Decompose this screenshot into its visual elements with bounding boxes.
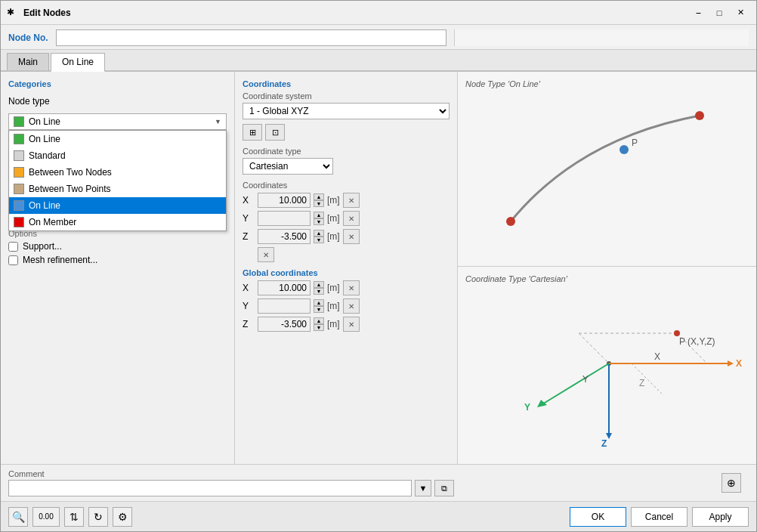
- comment-input[interactable]: [8, 480, 412, 496]
- mesh-refinement-checkbox-row: Mesh refinement...: [8, 255, 227, 265]
- search-icon-btn[interactable]: 🔍: [8, 507, 28, 527]
- gy-input[interactable]: [258, 298, 311, 314]
- comment-extra-btn[interactable]: ⊕: [721, 473, 741, 493]
- y-coord-row: Y ▲ ▼ [m] ✕: [243, 211, 450, 226]
- coord-type-select[interactable]: Cartesian Cylindrical Spherical: [243, 158, 333, 175]
- x-unit: [m]: [327, 195, 340, 206]
- dropdown-item-online-top[interactable]: On Line: [9, 131, 226, 147]
- y-input[interactable]: [258, 211, 311, 226]
- gz-input[interactable]: -3.500: [258, 317, 311, 332]
- refresh-icon-btn[interactable]: ↻: [88, 507, 108, 527]
- y-down-arrow[interactable]: ▼: [314, 218, 324, 225]
- coords-label: Coordinates: [243, 181, 450, 190]
- gx-input[interactable]: 10.000: [258, 280, 311, 295]
- tab-on-line[interactable]: On Line: [51, 53, 105, 72]
- dropdown-item-on-member[interactable]: On Member: [9, 214, 226, 230]
- categories-title: Categories: [8, 79, 227, 88]
- z-icon-btn[interactable]: ✕: [343, 229, 360, 244]
- tab-main[interactable]: Main: [7, 53, 49, 70]
- cartesian-diagram-title: Coordinate Type 'Cartesian': [465, 274, 749, 283]
- support-checkbox-row: Support...: [8, 241, 227, 252]
- maximize-button[interactable]: □: [709, 5, 729, 21]
- extra-icon-btn[interactable]: ✕: [258, 247, 274, 262]
- minimize-button[interactable]: ‒: [688, 5, 708, 21]
- x-down-arrow[interactable]: ▼: [314, 200, 324, 207]
- sort-icon-btn[interactable]: ⇅: [64, 507, 84, 527]
- dropdown-item-on-line[interactable]: On Line: [9, 197, 226, 214]
- dropdown-list: On Line Standard Between Two Nodes Betwe…: [8, 130, 227, 231]
- node-no-section: Node No. 21,23: [1, 25, 756, 50]
- z-down-arrow[interactable]: ▼: [314, 237, 324, 243]
- dropdown-item-between-two-nodes[interactable]: Between Two Nodes: [9, 164, 226, 181]
- title-bar-buttons: ‒ □ ✕: [688, 5, 750, 21]
- mesh-refinement-checkbox[interactable]: [8, 255, 18, 265]
- x-up-arrow[interactable]: ▲: [314, 193, 324, 200]
- support-checkbox[interactable]: [8, 242, 18, 252]
- svg-text:Y: Y: [582, 374, 589, 385]
- y-up-arrow[interactable]: ▲: [314, 212, 324, 218]
- decimal-icon-btn[interactable]: 0.00: [32, 507, 60, 527]
- color-on-line: [14, 200, 24, 211]
- cancel-button[interactable]: Cancel: [631, 507, 687, 527]
- item-label-online-top: On Line: [29, 134, 60, 144]
- svg-point-1: [695, 111, 704, 120]
- dropdown-item-between-two-points[interactable]: Between Two Points: [9, 181, 226, 197]
- svg-point-22: [674, 330, 680, 336]
- dropdown-item-standard[interactable]: Standard: [9, 147, 226, 164]
- node-type-dropdown[interactable]: On Line ▼ On Line Standard: [8, 113, 227, 130]
- coord-system-row: Coordinate system 1 - Global XYZ: [243, 91, 450, 119]
- title-bar: ✱ Edit Nodes ‒ □ ✕: [1, 1, 756, 25]
- z-arrows: ▲ ▼: [314, 230, 324, 243]
- gx-down-arrow[interactable]: ▼: [314, 288, 324, 295]
- gy-down-arrow[interactable]: ▼: [314, 306, 324, 313]
- gz-label: Z: [243, 319, 255, 329]
- on-line-diagram-title: Node Type 'On Line': [465, 79, 749, 88]
- bottom-buttons: OK Cancel Apply: [570, 507, 749, 527]
- apply-button[interactable]: Apply: [692, 507, 749, 527]
- gx-up-arrow[interactable]: ▲: [314, 281, 324, 288]
- node-no-input[interactable]: 21,23: [56, 29, 446, 46]
- z-label: Z: [243, 231, 255, 242]
- gz-up-arrow[interactable]: ▲: [314, 317, 324, 324]
- left-panel: Categories Node type On Line ▼ On Line: [1, 72, 235, 464]
- gz-down-arrow[interactable]: ▼: [314, 324, 324, 331]
- gx-arrows: ▲ ▼: [314, 281, 324, 295]
- coordinates-title: Coordinates: [243, 79, 450, 88]
- settings-icon-btn[interactable]: ⚙: [113, 507, 132, 527]
- comment-copy-btn[interactable]: ⧉: [434, 480, 454, 496]
- right-panel: Node Type 'On Line' P Coordinate Type 'C…: [458, 72, 756, 464]
- coord-icon-row: ⊞ ⊡: [243, 124, 450, 141]
- color-between-two-points: [14, 184, 24, 194]
- svg-marker-16: [728, 360, 734, 367]
- gz-unit: [m]: [327, 319, 340, 329]
- z-input[interactable]: -3.500: [258, 229, 311, 244]
- x-icon-btn[interactable]: ✕: [343, 193, 360, 208]
- z-up-arrow[interactable]: ▲: [314, 230, 324, 237]
- gx-icon-btn[interactable]: ✕: [343, 280, 360, 295]
- gy-icon-btn[interactable]: ✕: [343, 298, 360, 314]
- gy-up-arrow[interactable]: ▲: [314, 299, 324, 306]
- gx-unit: [m]: [327, 283, 340, 293]
- color-online-top: [14, 134, 24, 144]
- gz-icon-btn[interactable]: ✕: [343, 317, 360, 332]
- comment-input-row: ▼ ⧉: [8, 480, 454, 496]
- coord-icon-btn-1[interactable]: ⊞: [243, 124, 262, 141]
- color-standard: [14, 150, 24, 161]
- app-icon: ✱: [7, 7, 19, 19]
- y-icon-btn[interactable]: ✕: [343, 211, 360, 226]
- coord-icon-btn-2[interactable]: ⊡: [265, 124, 285, 141]
- middle-panel: Coordinates Coordinate system 1 - Global…: [235, 72, 458, 464]
- x-coord-row: X 10.000 ▲ ▼ [m] ✕: [243, 193, 450, 208]
- gz-coord-row: Z -3.500 ▲ ▼ [m] ✕: [243, 317, 450, 332]
- close-button[interactable]: ✕: [731, 5, 750, 21]
- selected-color-box: [14, 116, 24, 127]
- color-between-two-nodes: [14, 167, 24, 178]
- ok-button[interactable]: OK: [570, 507, 626, 527]
- coord-system-select[interactable]: 1 - Global XYZ: [243, 103, 450, 119]
- x-input[interactable]: 10.000: [258, 193, 311, 208]
- cartesian-diagram-svg: Z Y X X Y Z: [465, 288, 745, 454]
- dropdown-btn[interactable]: On Line ▼: [8, 113, 227, 130]
- svg-text:P (X,Y,Z): P (X,Y,Z): [679, 336, 715, 347]
- comment-dropdown-btn[interactable]: ▼: [415, 480, 431, 496]
- item-label-on-line: On Line: [29, 200, 60, 211]
